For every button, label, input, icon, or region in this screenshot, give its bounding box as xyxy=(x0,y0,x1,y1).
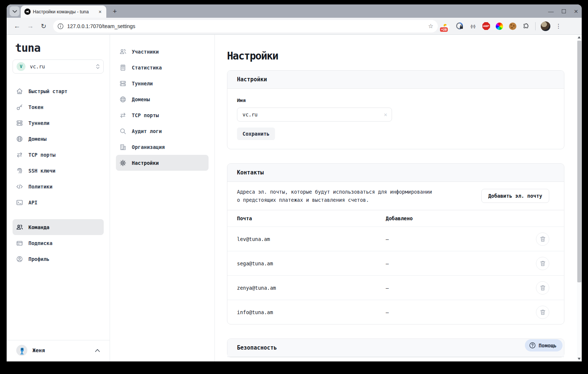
scroll-down-icon[interactable] xyxy=(578,358,581,360)
sidebar-item-api[interactable]: API xyxy=(13,194,104,210)
sidebar-item-ssh-keys[interactable]: SSH ключи xyxy=(13,163,104,178)
lock-gauge-icon xyxy=(456,22,464,30)
tab-search-button[interactable] xyxy=(10,6,20,16)
submenu-item-domains[interactable]: Домены xyxy=(116,91,209,107)
submenu-item-members[interactable]: Участники xyxy=(116,44,209,59)
maximize-button[interactable] xyxy=(562,9,566,13)
user-name: Женя xyxy=(32,347,95,353)
submenu-item-audit-logs[interactable]: Аудит логи xyxy=(116,123,209,139)
members-icon xyxy=(119,48,127,55)
url-text[interactable]: 127.0.0.1:7070/team_settings xyxy=(67,23,428,29)
trash-icon xyxy=(540,236,546,242)
settings-card: Настройки Имя vc.ru ✕ Сохранить xyxy=(227,70,564,149)
page-scrollbar[interactable] xyxy=(577,35,582,361)
sidebar-item-policies[interactable]: Политики xyxy=(13,178,104,194)
submenu-item-organization[interactable]: Организация xyxy=(116,139,209,155)
search-icon xyxy=(119,127,127,135)
settings-card-title: Настройки xyxy=(227,71,564,89)
clear-input-icon[interactable]: ✕ xyxy=(384,111,387,118)
browser-tab[interactable]: Настройки команды - tuna × xyxy=(21,6,106,18)
added-cell: – xyxy=(386,261,536,266)
scroll-up-icon[interactable] xyxy=(578,36,581,38)
browser-menu-button[interactable]: ⋮ xyxy=(556,23,561,30)
tab-close-icon[interactable]: × xyxy=(97,8,103,15)
added-cell: – xyxy=(386,236,536,242)
email-cell: lev@tuna.am xyxy=(237,236,386,242)
sidebar-item-profile[interactable]: Профиль xyxy=(13,251,104,267)
user-menu[interactable]: Женя xyxy=(7,340,110,361)
sidebar-nav: Быстрый старт Токен Туннели Домены TCP п… xyxy=(13,83,104,210)
submenu-item-statistics[interactable]: Статистика xyxy=(116,59,209,75)
main-content: Настройки Настройки Имя vc.ru ✕ Сохранит… xyxy=(215,35,582,361)
added-cell: – xyxy=(386,309,536,315)
color-wheel-icon xyxy=(496,23,503,30)
delete-email-button[interactable] xyxy=(536,257,549,270)
trash-icon xyxy=(540,309,546,316)
bookmark-star-icon[interactable]: ☆ xyxy=(428,23,433,30)
chevron-down-icon xyxy=(13,10,17,13)
forward-button[interactable]: → xyxy=(25,21,36,32)
gear-icon xyxy=(119,159,127,167)
minimize-button[interactable]: — xyxy=(548,8,554,14)
contacts-card: Контакты Адреса эл. почты, которые будут… xyxy=(227,163,564,324)
question-icon xyxy=(529,342,536,348)
team-submenu: Участники Статистика Туннели Домены TCP … xyxy=(110,35,215,361)
browser-window: Настройки команды - tuna × + — × xyxy=(7,4,582,361)
app-logo: tuna xyxy=(13,41,104,54)
extensions-menu-button[interactable] xyxy=(522,22,530,30)
cookie-extension-icon[interactable] xyxy=(509,22,517,30)
arrows-icon xyxy=(119,112,127,119)
calculator-icon xyxy=(119,64,127,71)
save-button[interactable]: Сохранить xyxy=(237,127,275,140)
globe-icon xyxy=(119,96,127,103)
email-cell: info@tuna.am xyxy=(237,309,386,315)
delete-email-button[interactable] xyxy=(536,232,549,246)
password-extension-icon[interactable] xyxy=(455,22,464,30)
table-row: lev@tuna.am – xyxy=(227,227,564,251)
tab-strip: Настройки команды - tuna × + — × xyxy=(7,4,582,18)
table-row: info@tuna.am – xyxy=(227,300,564,324)
code-icon xyxy=(16,183,23,190)
sidebar-item-domains[interactable]: Домены xyxy=(13,131,104,147)
submenu-item-tcp-ports[interactable]: TCP порты xyxy=(116,107,209,123)
security-card-title: Безопасность xyxy=(227,339,564,357)
sidebar-item-quick-start[interactable]: Быстрый старт xyxy=(13,83,104,99)
scrollbar-thumb[interactable] xyxy=(577,41,581,282)
sidebar-item-team[interactable]: Команда xyxy=(13,219,104,235)
back-button[interactable]: ← xyxy=(11,21,23,32)
url-bar[interactable]: 127.0.0.1:7070/team_settings ☆ xyxy=(53,20,438,33)
contacts-description: Адреса эл. почты, которые будут использо… xyxy=(237,188,470,204)
added-cell: – xyxy=(386,285,536,291)
name-label: Имя xyxy=(237,98,554,103)
weather-badge: +28 xyxy=(440,27,448,32)
browser-toolbar: ← → ↻ 127.0.0.1:7070/team_settings ☆ +28 xyxy=(7,18,582,35)
contacts-card-title: Контакты xyxy=(227,164,564,182)
workspace-selector[interactable]: V vc.ru xyxy=(13,59,104,74)
sidebar-item-tcp-ports[interactable]: TCP порты xyxy=(13,147,104,163)
weather-extension-icon[interactable]: +28 xyxy=(442,22,450,30)
submenu-item-settings[interactable]: Настройки xyxy=(116,155,209,171)
sidebar-item-subscription[interactable]: Подписка xyxy=(13,235,104,251)
adblock-extension-icon[interactable]: ABP xyxy=(482,22,490,30)
key-icon xyxy=(16,103,23,111)
submenu-item-tunnels[interactable]: Туннели xyxy=(116,75,209,91)
sidebar-item-token[interactable]: Токен xyxy=(13,99,104,115)
updown-chevron-icon xyxy=(96,64,100,69)
reload-button[interactable]: ↻ xyxy=(38,21,49,32)
delete-email-button[interactable] xyxy=(536,281,549,295)
help-button-label: Помощь xyxy=(539,343,557,348)
browser-profile-avatar[interactable] xyxy=(541,21,550,31)
sidebar-item-tunnels[interactable]: Туннели xyxy=(13,115,104,131)
help-button[interactable]: Помощь xyxy=(525,339,563,351)
site-info-icon[interactable] xyxy=(58,23,63,29)
email-cell: sega@tuna.am xyxy=(237,261,386,266)
server-icon xyxy=(119,80,127,87)
add-email-button[interactable]: Добавить эл. почту xyxy=(481,189,549,203)
braces-extension-icon[interactable]: {≡} xyxy=(469,22,477,30)
colorwheel-extension-icon[interactable] xyxy=(495,22,503,30)
delete-email-button[interactable] xyxy=(536,306,549,319)
name-input[interactable]: vc.ru ✕ xyxy=(237,108,392,122)
credit-card-icon xyxy=(16,239,23,247)
close-window-button[interactable]: × xyxy=(574,8,578,15)
new-tab-button[interactable]: + xyxy=(110,7,120,16)
